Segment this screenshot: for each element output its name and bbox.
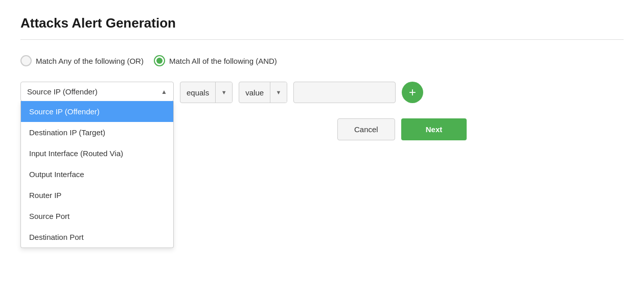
operator-arrow-btn[interactable]: ▼: [216, 82, 232, 103]
chevron-up-icon: ▲: [161, 88, 167, 95]
dropdown-item-destination-port[interactable]: Destination Port: [21, 227, 173, 247]
dropdown-item-source-port[interactable]: Source Port: [21, 206, 173, 227]
radio-and-circle[interactable]: [154, 55, 165, 66]
value-type-arrow-btn[interactable]: ▼: [270, 82, 287, 103]
filter-value-input[interactable]: [293, 82, 396, 103]
value-type-select[interactable]: value ▼: [239, 82, 287, 103]
field-dropdown-container: Source IP (Offender) ▲ Source IP (Offend…: [20, 82, 174, 102]
radio-or-circle[interactable]: [20, 55, 32, 66]
field-dropdown-value: Source IP (Offender): [27, 87, 98, 96]
dropdown-item-source-ip[interactable]: Source IP (Offender): [21, 101, 173, 122]
dropdown-item-output-interface[interactable]: Output Interface: [21, 164, 173, 185]
field-dropdown-menu: Source IP (Offender) Destination IP (Tar…: [20, 101, 174, 248]
radio-and-label: Match All of the following (AND): [169, 57, 277, 65]
radio-and-option[interactable]: Match All of the following (AND): [154, 55, 277, 66]
page-container: Attacks Alert Generation Match Any of th…: [0, 0, 644, 156]
field-dropdown-trigger[interactable]: Source IP (Offender) ▲: [20, 82, 174, 102]
value-type-value: value: [239, 88, 270, 97]
filter-row: Source IP (Offender) ▲ Source IP (Offend…: [20, 82, 624, 103]
operator-select[interactable]: equals ▼: [180, 82, 233, 103]
match-type-row: Match Any of the following (OR) Match Al…: [20, 55, 624, 66]
page-title: Attacks Alert Generation: [20, 15, 624, 31]
dropdown-item-input-interface[interactable]: Input Interface (Routed Via): [21, 143, 173, 164]
action-row: Cancel Next: [337, 118, 624, 140]
radio-or-option[interactable]: Match Any of the following (OR): [20, 55, 144, 66]
section-divider: [20, 39, 624, 40]
add-filter-button[interactable]: +: [402, 82, 423, 103]
next-button[interactable]: Next: [401, 118, 467, 140]
dropdown-item-router-ip[interactable]: Router IP: [21, 185, 173, 206]
cancel-button[interactable]: Cancel: [337, 118, 395, 140]
operator-value: equals: [180, 88, 215, 97]
dropdown-item-destination-ip[interactable]: Destination IP (Target): [21, 122, 173, 143]
radio-or-label: Match Any of the following (OR): [36, 57, 144, 65]
